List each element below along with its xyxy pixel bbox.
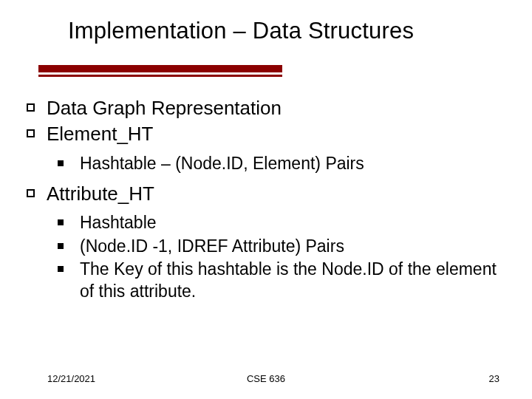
footer-page: 23: [489, 373, 499, 384]
rule-thick: [38, 65, 282, 72]
content-area: Data Graph Representation Element_HT Has…: [27, 96, 502, 310]
square-outline-icon: [27, 129, 35, 137]
square-icon: [58, 160, 64, 166]
footer-course: CSE 636: [0, 373, 532, 384]
list-item: Data Graph Representation: [27, 96, 502, 120]
bullet-text: The Key of this hashtable is the Node.ID…: [80, 259, 502, 302]
sub-list: Hashtable (Node.ID -1, IDREF Attribute) …: [58, 212, 502, 302]
bullet-text: Element_HT: [47, 122, 502, 146]
list-item: The Key of this hashtable is the Node.ID…: [58, 259, 502, 302]
square-icon: [58, 243, 64, 249]
rule-thin: [38, 75, 282, 77]
list-item: Hashtable: [58, 212, 502, 233]
title-rule: [38, 65, 282, 77]
square-icon: [58, 266, 64, 272]
square-outline-icon: [27, 189, 35, 197]
sub-list: Hashtable – (Node.ID, Element) Pairs: [58, 153, 502, 174]
list-item: Hashtable – (Node.ID, Element) Pairs: [58, 153, 502, 174]
bullet-text: Attribute_HT: [47, 182, 502, 206]
square-icon: [58, 219, 64, 225]
square-outline-icon: [27, 103, 35, 112]
slide-title: Implementation – Data Structures: [68, 18, 510, 44]
list-item: (Node.ID -1, IDREF Attribute) Pairs: [58, 236, 502, 257]
list-item: Element_HT: [27, 122, 502, 146]
bullet-text: Hashtable – (Node.ID, Element) Pairs: [80, 153, 502, 174]
slide: Implementation – Data Structures Data Gr…: [0, 0, 532, 399]
bullet-text: (Node.ID -1, IDREF Attribute) Pairs: [80, 236, 502, 257]
list-item: Attribute_HT: [27, 182, 502, 206]
bullet-text: Data Graph Representation: [47, 96, 502, 120]
bullet-text: Hashtable: [80, 212, 502, 233]
